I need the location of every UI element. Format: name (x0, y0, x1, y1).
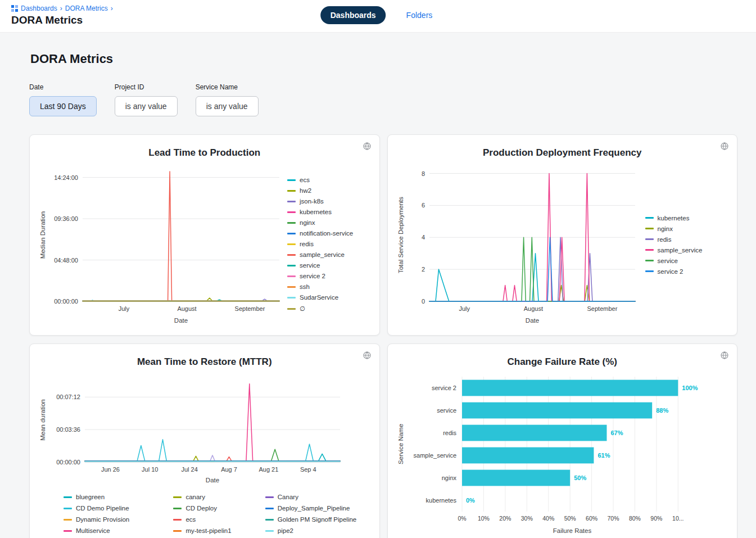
legend-label: nginx (300, 219, 315, 226)
legend-item-service-2[interactable]: service 2 (645, 268, 703, 275)
svg-text:09:36:00: 09:36:00 (54, 215, 78, 222)
legend-label: SudarService (300, 294, 338, 301)
filter-project-id-label: Project ID (115, 83, 178, 91)
legend-item-redis[interactable]: redis (645, 236, 703, 243)
lead-time-legend: ecshw2json-k8skubernetesnginxnotificatio… (287, 177, 353, 313)
legend-swatch (173, 496, 182, 498)
chart-title-change-failure-rate: Change Failure Rate (%) (396, 356, 730, 368)
legend-item-hw2[interactable]: hw2 (287, 187, 353, 194)
svg-text:Jul 24: Jul 24 (181, 466, 197, 473)
legend-item-ssh[interactable]: ssh (287, 283, 353, 290)
legend-label: nginx (658, 225, 673, 232)
legend-item-kubernetes[interactable]: kubernetes (287, 209, 353, 215)
legend-item-ecs[interactable]: ecs (173, 516, 246, 523)
breadcrumb-link-dashboards[interactable]: Dashboards (21, 4, 57, 12)
legend-swatch (645, 238, 654, 240)
bar-sample-service[interactable] (462, 447, 594, 464)
legend-item-nginx[interactable]: nginx (287, 219, 353, 226)
series-line-sample-service[interactable] (83, 171, 279, 301)
legend-item-sample-service[interactable]: sample_service (645, 247, 703, 254)
dashboard-main: DORA Metrics Date Last 90 Days Project I… (0, 33, 756, 538)
legend-item-my-test-pipelin1[interactable]: my-test-pipelin1 (173, 527, 246, 534)
legend-item-sample-service[interactable]: sample_service (287, 251, 353, 258)
breadcrumb-link-dora-metrics[interactable]: DORA Metrics (65, 4, 108, 12)
svg-text:2: 2 (421, 266, 424, 273)
legend-item-pipe2[interactable]: pipe2 (265, 527, 372, 534)
series-line-rolling[interactable] (85, 455, 340, 462)
mttr-chart: 00:00:0000:03:3600:07:12Jun 26Jul 10Jul … (38, 369, 372, 489)
legend-item-service-2[interactable]: service 2 (287, 273, 353, 279)
svg-text:Total Service Deployments: Total Service Deployments (397, 197, 404, 273)
svg-text:August: August (177, 305, 196, 312)
filter-project-id-value[interactable]: is any value (115, 96, 178, 116)
bar-nginx[interactable] (462, 470, 570, 486)
legend-item-dynamic-provision[interactable]: Dynamic Provision (64, 516, 154, 523)
legend-swatch (287, 201, 296, 202)
legend-item-canary[interactable]: Canary (265, 494, 372, 500)
svg-text:July: July (459, 305, 470, 312)
deployment-frequency-chart: 02468JulyAugustSeptemberDateTotal Servic… (396, 160, 641, 329)
bar-redis[interactable] (462, 425, 606, 441)
legend-item-nginx[interactable]: nginx (645, 225, 703, 232)
legend-swatch (645, 270, 654, 272)
legend-swatch (265, 519, 274, 521)
svg-text:6: 6 (421, 202, 424, 209)
filter-service-name-value[interactable]: is any value (196, 96, 259, 116)
svg-text:Median Duration: Median Duration (39, 211, 46, 259)
series-line-canary[interactable] (85, 456, 340, 461)
series-line-multiservice[interactable] (85, 384, 340, 462)
svg-text:00:03:36: 00:03:36 (56, 426, 80, 433)
legend-item-golden-pm-signoff-pipeline[interactable]: Golden PM Signoff Pipeline (265, 516, 372, 523)
legend-item-kubernetes[interactable]: kubernetes (645, 215, 703, 221)
svg-text:Mean duration: Mean duration (39, 399, 46, 441)
card-mean-time-to-restore: Mean Time to Restore (MTTR) 00:00:0000:0… (29, 343, 380, 538)
public-globe-icon[interactable] (720, 351, 729, 360)
chart-title-lead-time: Lead Time to Production (38, 147, 372, 159)
legend-label: service (300, 262, 320, 269)
series-line-ecs[interactable] (85, 457, 340, 462)
mttr-legend: bluegreenCD Demo PipelineDynamic Provisi… (64, 494, 372, 538)
legend-item-service[interactable]: service (645, 257, 703, 264)
tab-folders[interactable]: Folders (403, 10, 436, 20)
legend-item-sudarservice[interactable]: SudarService (287, 294, 353, 301)
svg-text:14:24:00: 14:24:00 (54, 174, 78, 181)
svg-text:September: September (587, 305, 617, 312)
series-line-cd-demo-pipeline[interactable] (85, 440, 340, 461)
svg-text:Jul 10: Jul 10 (142, 466, 158, 473)
legend-swatch (645, 217, 654, 219)
charts-grid: Lead Time to Production 00:00:0004:48:00… (29, 134, 737, 538)
bar-service[interactable] (462, 403, 652, 419)
legend-item-bluegreen[interactable]: bluegreen (64, 494, 154, 500)
tab-dashboards[interactable]: Dashboards (320, 6, 386, 24)
legend-item-json-k8s[interactable]: json-k8s (287, 198, 353, 205)
legend-item-deploy-sample-pipeline[interactable]: Deploy_Sample_Pipeline (265, 505, 372, 512)
legend-item-redis[interactable]: redis (287, 241, 353, 247)
legend-label: service 2 (658, 268, 683, 275)
public-globe-icon[interactable] (720, 142, 729, 151)
legend-label: notification-service (300, 230, 353, 237)
legend-item-cd-deploy[interactable]: CD Deploy (173, 505, 246, 512)
legend-label: canary (185, 494, 205, 500)
legend-label: sample_service (300, 251, 345, 258)
legend-item-multiservice[interactable]: Multiservice (64, 527, 154, 534)
svg-text:8: 8 (421, 170, 424, 177)
bar-service-2[interactable] (462, 380, 678, 396)
legend-item-notification-service[interactable]: notification-service (287, 230, 353, 237)
public-globe-icon[interactable] (363, 351, 372, 360)
legend-item-service[interactable]: service (287, 262, 353, 269)
legend-swatch (287, 275, 296, 277)
card-lead-time-to-production: Lead Time to Production 00:00:0004:48:00… (29, 134, 380, 336)
public-globe-icon[interactable] (363, 142, 372, 151)
legend-label: redis (658, 236, 672, 243)
legend-swatch (265, 530, 274, 532)
legend-label: Multiservice (76, 527, 110, 534)
legend-item-series-12[interactable]: ∅ (287, 305, 353, 313)
svg-text:00:00:00: 00:00:00 (54, 298, 78, 305)
deployment-frequency-legend: kubernetesnginxredissample_serviceservic… (645, 215, 703, 275)
legend-item-ecs[interactable]: ecs (287, 177, 353, 183)
legend-label: Dynamic Provision (76, 516, 129, 523)
legend-label: service (658, 257, 678, 264)
legend-item-canary[interactable]: canary (173, 494, 246, 500)
legend-item-cd-demo-pipeline[interactable]: CD Demo Pipeline (64, 505, 154, 512)
filter-date-value[interactable]: Last 90 Days (29, 96, 97, 116)
